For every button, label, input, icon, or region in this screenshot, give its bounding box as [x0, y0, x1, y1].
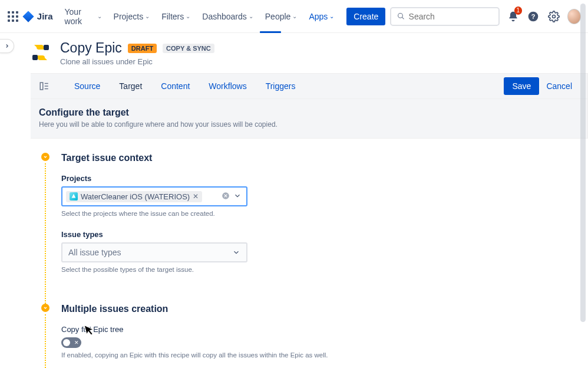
chevron-down-icon: [232, 248, 240, 257]
active-tab-underline: [260, 31, 281, 33]
recipe-icon: [31, 42, 51, 63]
section-title: Multiple issues creation: [61, 304, 580, 314]
timeline-line: [45, 163, 46, 304]
recipe-type-badge: COPY & SYNC: [163, 44, 214, 53]
sidebar-expand-handle[interactable]: [0, 39, 14, 53]
configure-subtitle: Here you will be able to configure where…: [39, 120, 579, 129]
top-nav: Jira Your work⌄ Projects⌄ Filters⌄ Dashb…: [0, 0, 588, 33]
copy-epic-toggle[interactable]: ✕: [61, 337, 81, 348]
create-button[interactable]: Create: [346, 8, 385, 25]
help-icon[interactable]: ?: [527, 9, 540, 24]
search-box[interactable]: [390, 7, 499, 26]
configure-banner: Configure the target Here you will be ab…: [31, 99, 588, 139]
search-input[interactable]: [409, 12, 493, 21]
svg-rect-7: [12, 19, 14, 22]
page-subtitle: Clone all issues under Epic: [60, 57, 214, 66]
tab-source[interactable]: Source: [65, 73, 110, 99]
page-header: Copy Epic DRAFT COPY & SYNC Clone all is…: [31, 33, 588, 66]
nav-people[interactable]: People⌄: [260, 8, 302, 25]
tab-workflows[interactable]: Workflows: [199, 73, 256, 99]
svg-rect-2: [16, 11, 18, 14]
svg-rect-0: [8, 11, 10, 14]
svg-point-9: [398, 14, 403, 18]
section-target-context: Target issue context Projects WaterClean…: [39, 153, 580, 304]
scrollbar[interactable]: [579, 1, 587, 367]
section-expand-icon[interactable]: [41, 153, 49, 161]
project-chip-label: WaterCleaner iOS (WATERIOS): [81, 192, 190, 201]
types-label: Issue types: [61, 230, 580, 239]
nav-your-work[interactable]: Your work⌄: [60, 4, 107, 29]
types-select[interactable]: All issue types: [61, 242, 247, 262]
product-name: Jira: [37, 11, 53, 21]
svg-rect-4: [12, 15, 14, 18]
nav-projects[interactable]: Projects⌄: [109, 8, 155, 25]
svg-rect-6: [8, 19, 10, 22]
tab-target[interactable]: Target: [110, 73, 151, 99]
draft-badge: DRAFT: [128, 44, 157, 53]
section-title: Target issue context: [61, 153, 580, 163]
app-switcher-icon[interactable]: [7, 9, 19, 24]
nav-filters[interactable]: Filters⌄: [157, 8, 195, 25]
svg-rect-15: [44, 45, 49, 50]
timeline-line: [45, 314, 46, 368]
toggle-off-icon: ✕: [74, 340, 79, 346]
svg-rect-3: [8, 15, 10, 18]
page-title: Copy Epic: [60, 40, 122, 56]
save-button[interactable]: Save: [504, 77, 539, 95]
svg-rect-8: [16, 19, 18, 22]
toggle-help: If enabled, copying an Epic with this re…: [61, 351, 580, 359]
chip-remove-icon[interactable]: ✕: [193, 192, 199, 201]
scrollbar-thumb[interactable]: [580, 4, 586, 322]
svg-line-10: [402, 17, 404, 19]
project-avatar-icon: [70, 192, 78, 201]
settings-icon[interactable]: [547, 9, 561, 24]
nav-apps[interactable]: Apps⌄: [304, 8, 341, 25]
configure-title: Configure the target: [39, 107, 579, 118]
projects-help: Select the projects where the issue can …: [61, 210, 580, 217]
tab-content[interactable]: Content: [151, 73, 199, 99]
section-multiple-issues: Multiple issues creation Copy full Epic …: [39, 304, 580, 368]
projects-label: Projects: [61, 174, 580, 183]
layout-icon[interactable]: [39, 81, 49, 91]
tabs-row: Source Target Content Workflows Triggers…: [31, 73, 588, 99]
toggle-knob: [63, 339, 70, 346]
svg-point-13: [552, 15, 555, 18]
svg-rect-14: [32, 55, 38, 60]
chevron-down-icon[interactable]: [233, 192, 242, 202]
clear-all-icon[interactable]: [222, 192, 230, 202]
types-value: All issue types: [68, 248, 121, 257]
svg-rect-5: [16, 15, 18, 18]
svg-rect-1: [12, 11, 14, 14]
search-icon: [397, 12, 405, 21]
notifications-icon[interactable]: 1: [507, 9, 520, 24]
section-expand-icon[interactable]: [41, 304, 49, 312]
toggle-label: Copy full Epic tree: [61, 325, 580, 334]
types-help: Select the possible types of the target …: [61, 266, 580, 273]
projects-select[interactable]: WaterCleaner iOS (WATERIOS) ✕: [61, 186, 247, 206]
project-chip: WaterCleaner iOS (WATERIOS) ✕: [66, 191, 202, 202]
cancel-button[interactable]: Cancel: [539, 77, 579, 95]
jira-logo[interactable]: Jira: [22, 10, 53, 23]
tab-triggers[interactable]: Triggers: [256, 73, 305, 99]
svg-text:?: ?: [531, 13, 536, 20]
notif-badge: 1: [514, 6, 523, 15]
svg-rect-16: [40, 83, 43, 90]
nav-dashboards[interactable]: Dashboards⌄: [197, 8, 258, 25]
